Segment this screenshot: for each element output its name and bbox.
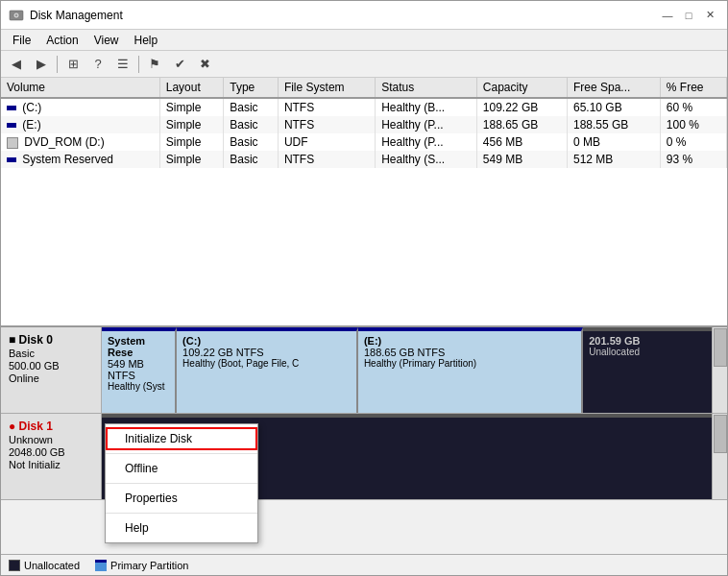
partition-e-status: Healthy (Primary Partition) bbox=[364, 358, 575, 369]
partition-e[interactable]: (E:) 188.65 GB NTFS Healthy (Primary Par… bbox=[358, 327, 583, 413]
table-row[interactable]: (E:) Simple Basic NTFS Healthy (P... 188… bbox=[1, 116, 727, 133]
window-controls: — □ ✕ bbox=[658, 6, 719, 25]
partition-c-status: Healthy (Boot, Page File, C bbox=[182, 358, 351, 369]
table-header-row: Volume Layout Type File System Status Ca… bbox=[1, 78, 727, 98]
disk-table: Volume Layout Type File System Status Ca… bbox=[1, 78, 727, 168]
cell-capacity: 188.65 GB bbox=[476, 116, 567, 133]
title-bar: Disk Management — □ ✕ bbox=[1, 1, 727, 30]
legend-bar: Unallocated Primary Partition bbox=[1, 554, 727, 575]
partition-unallocated-size: 201.59 GB bbox=[589, 335, 719, 347]
table-row[interactable]: (C:) Simple Basic NTFS Healthy (B... 109… bbox=[1, 98, 727, 116]
disk1-status: Not Initializ bbox=[9, 459, 93, 470]
cell-volume: (C:) bbox=[1, 98, 159, 116]
cell-pct: 0 % bbox=[660, 133, 726, 151]
col-type[interactable]: Type bbox=[224, 78, 279, 98]
cell-volume: System Reserved bbox=[1, 151, 159, 168]
disk1-size: 2048.00 GB bbox=[9, 446, 93, 458]
cell-status: Healthy (B... bbox=[376, 98, 477, 116]
ctx-initialize-disk[interactable]: Initialize Disk bbox=[106, 427, 257, 450]
cell-pct: 93 % bbox=[660, 151, 726, 168]
cell-layout: Simple bbox=[159, 116, 223, 133]
disk0-panel: ■ Disk 0 Basic 500.00 GB Online System R… bbox=[1, 327, 727, 414]
cell-volume: DVD_ROM (D:) bbox=[1, 133, 159, 151]
cell-free: 65.10 GB bbox=[567, 98, 660, 116]
disk0-scrollbar-thumb[interactable] bbox=[714, 328, 727, 367]
ctx-sep-1 bbox=[106, 453, 257, 454]
cell-type: Basic bbox=[224, 116, 279, 133]
cell-free: 188.55 GB bbox=[567, 116, 660, 133]
col-filesystem[interactable]: File System bbox=[278, 78, 375, 98]
cell-volume: (E:) bbox=[1, 116, 159, 133]
volume-icon bbox=[7, 123, 16, 128]
partition-sysreserved-size: 549 MB NTFS bbox=[108, 358, 169, 381]
cell-pct: 100 % bbox=[660, 116, 726, 133]
disk0-partitions: System Rese 549 MB NTFS Healthy (Syst (C… bbox=[102, 327, 727, 413]
cell-status: Healthy (P... bbox=[376, 133, 477, 151]
toolbar: ◀ ▶ ⊞ ? ☰ ⚑ ✔ ✖ bbox=[1, 51, 727, 78]
col-volume[interactable]: Volume bbox=[1, 78, 159, 98]
title-bar-left: Disk Management bbox=[9, 8, 123, 23]
disk1-scrollbar-thumb[interactable] bbox=[714, 415, 727, 453]
col-status[interactable]: Status bbox=[376, 78, 477, 98]
legend-primary-box bbox=[95, 560, 107, 571]
cell-type: Basic bbox=[224, 98, 279, 116]
volume-icon bbox=[7, 137, 18, 149]
disk1-type: Unknown bbox=[9, 434, 93, 445]
menu-action[interactable]: Action bbox=[38, 32, 85, 49]
cell-free: 0 MB bbox=[567, 133, 660, 151]
ctx-offline[interactable]: Offline bbox=[106, 457, 257, 480]
disk0-scrollbar[interactable] bbox=[712, 327, 727, 413]
toolbar-back[interactable]: ◀ bbox=[5, 54, 28, 75]
cell-capacity: 109.22 GB bbox=[476, 98, 567, 116]
partition-sysreserved-name: System Rese bbox=[108, 335, 169, 358]
table-row[interactable]: DVD_ROM (D:) Simple Basic UDF Healthy (P… bbox=[1, 133, 727, 151]
cell-capacity: 549 MB bbox=[476, 151, 567, 168]
legend-unallocated-box bbox=[9, 560, 20, 571]
window-title: Disk Management bbox=[30, 9, 123, 22]
partition-c-size: 109.22 GB NTFS bbox=[182, 347, 351, 358]
toolbar-list[interactable]: ☰ bbox=[111, 54, 134, 75]
ctx-sep-2 bbox=[106, 483, 257, 484]
partition-unallocated[interactable]: 201.59 GB Unallocated bbox=[583, 327, 727, 413]
svg-point-2 bbox=[15, 14, 17, 16]
menu-bar: File Action View Help bbox=[1, 30, 727, 51]
disk0-label: ■ Disk 0 Basic 500.00 GB Online bbox=[1, 327, 102, 413]
col-layout[interactable]: Layout bbox=[159, 78, 223, 98]
disk0-status: Online bbox=[9, 372, 93, 384]
maximize-button[interactable]: □ bbox=[679, 6, 698, 25]
col-freespace[interactable]: Free Spa... bbox=[567, 78, 660, 98]
toolbar-check[interactable]: ✔ bbox=[168, 54, 191, 75]
disk0-type: Basic bbox=[9, 348, 93, 359]
ctx-help[interactable]: Help bbox=[106, 516, 257, 540]
partition-sysreserved[interactable]: System Rese 549 MB NTFS Healthy (Syst bbox=[102, 327, 177, 413]
toolbar-grid[interactable]: ⊞ bbox=[61, 54, 85, 75]
close-button[interactable]: ✕ bbox=[700, 6, 719, 25]
legend-primary: Primary Partition bbox=[95, 560, 188, 571]
cell-pct: 60 % bbox=[660, 98, 726, 116]
legend-unallocated: Unallocated bbox=[9, 560, 80, 571]
toolbar-forward[interactable]: ▶ bbox=[30, 54, 53, 75]
menu-help[interactable]: Help bbox=[127, 32, 166, 49]
app-icon bbox=[9, 8, 24, 23]
cell-layout: Simple bbox=[159, 151, 223, 168]
cell-capacity: 456 MB bbox=[476, 133, 567, 151]
table-row[interactable]: System Reserved Simple Basic NTFS Health… bbox=[1, 151, 727, 168]
toolbar-sep-2 bbox=[138, 56, 139, 73]
volume-icon bbox=[7, 157, 16, 162]
toolbar-flag[interactable]: ⚑ bbox=[143, 54, 166, 75]
table-scroll[interactable]: Volume Layout Type File System Status Ca… bbox=[1, 78, 727, 325]
ctx-sep-3 bbox=[106, 513, 257, 514]
col-capacity[interactable]: Capacity bbox=[476, 78, 567, 98]
disk0-size: 500.00 GB bbox=[9, 360, 93, 372]
ctx-properties[interactable]: Properties bbox=[106, 487, 257, 510]
disk1-scrollbar[interactable] bbox=[712, 414, 727, 499]
partition-c[interactable]: (C:) 109.22 GB NTFS Healthy (Boot, Page … bbox=[177, 327, 358, 413]
disk0-name: ■ Disk 0 bbox=[9, 333, 93, 347]
menu-file[interactable]: File bbox=[5, 32, 38, 49]
toolbar-x[interactable]: ✖ bbox=[193, 54, 216, 75]
context-menu: Initialize Disk Offline Properties Help bbox=[105, 423, 258, 543]
minimize-button[interactable]: — bbox=[658, 6, 677, 25]
col-pctfree[interactable]: % Free bbox=[660, 78, 726, 98]
toolbar-help[interactable]: ? bbox=[86, 54, 109, 75]
menu-view[interactable]: View bbox=[86, 32, 127, 49]
